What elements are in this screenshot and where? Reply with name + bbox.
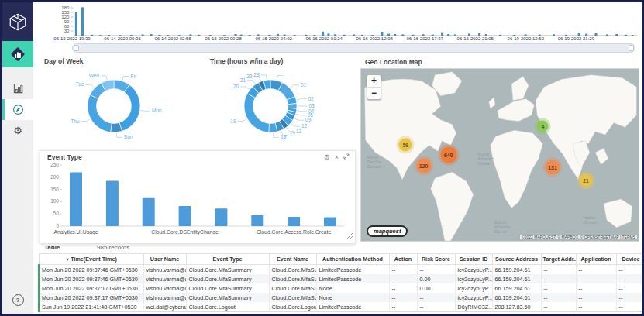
analytics-app-logo[interactable] xyxy=(2,41,33,67)
timeline-bar[interactable] xyxy=(198,35,200,36)
timeline-bar[interactable] xyxy=(499,35,501,36)
close-icon[interactable]: × xyxy=(335,154,339,161)
column-header-3[interactable]: Event Name xyxy=(269,254,316,265)
brush-handle-left[interactable] xyxy=(74,45,79,51)
timeline-bar[interactable] xyxy=(422,34,424,36)
timeline-bar[interactable] xyxy=(485,34,487,36)
timeline-bar[interactable] xyxy=(381,32,383,36)
donut-slice-Mon[interactable] xyxy=(119,85,140,132)
settings-icon[interactable]: ⚙ xyxy=(324,154,330,161)
timeline-bar[interactable] xyxy=(150,34,153,36)
timeline-bar[interactable] xyxy=(353,34,355,36)
timeline-bar[interactable] xyxy=(441,33,443,36)
timeline-bar[interactable] xyxy=(294,35,296,36)
column-header-2[interactable]: Event Type xyxy=(186,254,269,265)
event-type-bar[interactable] xyxy=(143,198,155,226)
timeline-bar[interactable] xyxy=(343,35,346,36)
timeline-bar[interactable] xyxy=(108,35,110,36)
timeline-bar[interactable] xyxy=(327,33,329,36)
column-header-6[interactable]: Risk Score xyxy=(417,254,455,265)
map-cluster-marker[interactable]: 640 xyxy=(440,147,456,163)
timeline-bar[interactable] xyxy=(99,35,102,36)
table-row[interactable]: Mon Jun 20 2022 09:37:46 GMT+0530vishnu.… xyxy=(39,274,644,283)
timeline-bar[interactable] xyxy=(223,35,226,36)
donut-slice-Thu[interactable] xyxy=(88,95,112,132)
resize-handle-icon[interactable] xyxy=(347,228,353,242)
timeline-bar[interactable] xyxy=(249,35,251,36)
event-type-bar[interactable] xyxy=(288,217,300,226)
column-header-0[interactable]: ▼ Time(Event Time) xyxy=(39,254,143,265)
timeline-bar[interactable] xyxy=(553,34,555,36)
timeline-bar[interactable] xyxy=(209,35,212,36)
timeline-bar[interactable] xyxy=(447,34,449,36)
map-cluster-marker[interactable]: 59 xyxy=(399,138,412,151)
event-type-bar[interactable] xyxy=(106,181,119,227)
map-cluster-marker[interactable]: 4 xyxy=(537,121,549,132)
timeline-bar[interactable] xyxy=(75,12,77,36)
zoom-in-button[interactable]: + xyxy=(367,75,381,87)
sidebar-item-settings[interactable]: ⚙ xyxy=(2,120,33,141)
timeline-bar[interactable] xyxy=(594,33,597,36)
timeline-bar[interactable] xyxy=(387,34,390,36)
timeline-bar[interactable] xyxy=(130,35,133,36)
table-row[interactable]: Mon Jun 20 2022 09:37:46 GMT+0530vishnu.… xyxy=(39,265,644,275)
timeline-bar[interactable] xyxy=(615,34,618,36)
timeline-bar[interactable] xyxy=(585,34,587,36)
geo-location-map[interactable]: + − mapquest ©2022 MAPQUEST, © MAPBOX, ©… xyxy=(360,68,639,242)
donut-slice-01[interactable] xyxy=(278,83,295,100)
product-logo[interactable] xyxy=(2,2,33,41)
event-type-bar[interactable] xyxy=(179,206,191,226)
timeline-bar[interactable] xyxy=(578,33,580,36)
timeline-bar[interactable] xyxy=(478,33,480,36)
timeline-bar[interactable] xyxy=(525,34,527,36)
timeline-bar[interactable] xyxy=(235,34,237,36)
map-cluster-marker[interactable]: 131 xyxy=(546,160,560,175)
column-header-9[interactable]: Target Addr... xyxy=(541,254,576,265)
column-header-8[interactable]: Source Address xyxy=(492,254,541,265)
timeline-brush[interactable] xyxy=(72,43,635,53)
timeline-bar[interactable] xyxy=(361,35,363,36)
table-row[interactable]: Mon Jun 20 2022 09:37:17 GMT+0530vishnu.… xyxy=(39,283,644,293)
map-cluster-marker[interactable]: 120 xyxy=(416,159,431,173)
timeline-bar[interactable] xyxy=(178,35,181,36)
timeline-bar[interactable] xyxy=(158,35,160,36)
timeline-bar[interactable] xyxy=(167,35,169,36)
timeline-bar[interactable] xyxy=(394,34,396,36)
column-header-4[interactable]: Authentication Method xyxy=(316,254,389,265)
column-header-5[interactable]: Action xyxy=(389,254,417,265)
timeline-bar[interactable] xyxy=(625,35,627,36)
timeline-bar[interactable] xyxy=(305,35,307,36)
help-button[interactable]: ? xyxy=(2,289,33,311)
sidebar-item-reports[interactable] xyxy=(2,78,33,99)
timeline-bar[interactable] xyxy=(313,35,315,36)
column-header-11[interactable]: Device xyxy=(616,254,644,265)
timeline-bar[interactable] xyxy=(81,7,84,36)
timeline-bar[interactable] xyxy=(632,35,634,36)
column-header-1[interactable]: User Name xyxy=(143,254,186,265)
timeline-bar[interactable] xyxy=(606,34,608,36)
map-cluster-marker[interactable]: 21 xyxy=(579,174,592,187)
expand-icon[interactable] xyxy=(343,153,350,161)
timeline-bar[interactable] xyxy=(257,34,260,36)
sidebar-item-explore[interactable] xyxy=(2,99,33,120)
column-header-10[interactable]: Application xyxy=(576,254,616,265)
timeline-bar[interactable] xyxy=(277,34,279,36)
timeline-bar[interactable] xyxy=(468,33,470,36)
timeline-bar[interactable] xyxy=(91,35,93,36)
timeline-bar[interactable] xyxy=(565,35,567,36)
timeline-bar[interactable] xyxy=(371,35,374,36)
zoom-out-button[interactable]: − xyxy=(367,87,381,99)
timeline-bar[interactable] xyxy=(189,34,191,36)
timeline-bar[interactable] xyxy=(513,35,515,36)
timeline-bar[interactable] xyxy=(334,34,336,36)
column-header-7[interactable]: Session ID xyxy=(455,254,492,265)
brush-handle-right[interactable] xyxy=(629,45,634,51)
timeline-bar[interactable] xyxy=(539,35,541,36)
table-row[interactable]: Mon Jun 20 2022 09:37:17 GMT+0530vishnu.… xyxy=(39,293,644,302)
timeline-bar[interactable] xyxy=(268,35,270,36)
event-type-bar[interactable] xyxy=(324,218,336,226)
timeline-bar[interactable] xyxy=(401,34,404,36)
donut-slice-19[interactable] xyxy=(244,94,269,132)
event-type-bar[interactable] xyxy=(251,215,263,226)
timeline-bar[interactable] xyxy=(432,35,434,36)
